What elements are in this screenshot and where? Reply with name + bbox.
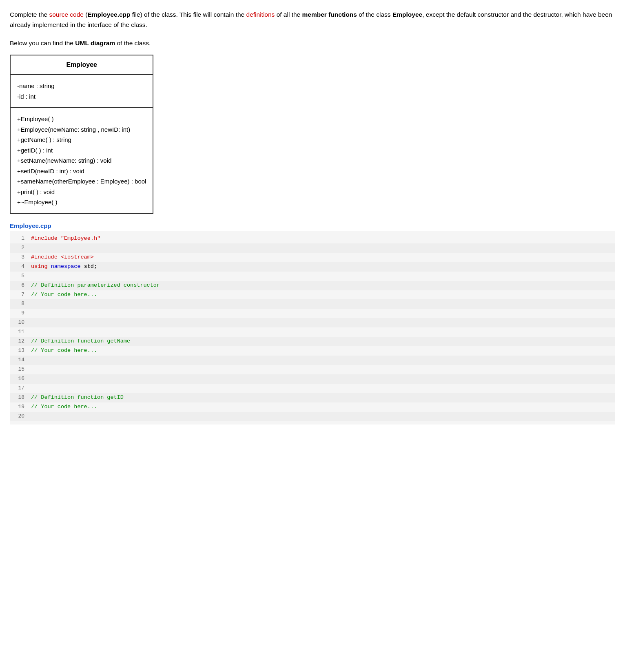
code-line-20: 20 — [10, 412, 615, 421]
uml-attributes-section: -name : string -id : int — [11, 75, 153, 108]
member-functions-label: member functions — [302, 11, 357, 18]
code-line-6: 6 // Definition parameterized constructo… — [10, 281, 615, 290]
code-line-17: 17 — [10, 384, 615, 393]
uml-method-setname: +setName(newName: string) : void — [17, 155, 146, 166]
uml-method-setid: +setID(newID : int) : void — [17, 166, 146, 177]
page-content: Complete the source code (Employee.cpp f… — [10, 10, 615, 424]
uml-intro-paragraph: Below you can find the UML diagram of th… — [10, 38, 615, 49]
uml-attribute-name: -name : string — [17, 81, 146, 91]
uml-method-getname: +getName( ) : string — [17, 135, 146, 145]
uml-method-getid: +getID( ) : int — [17, 145, 146, 156]
code-line-9: 9 — [10, 309, 615, 318]
code-line-14: 14 — [10, 356, 615, 365]
code-line-15: 15 — [10, 365, 615, 374]
definitions-link: definitions — [246, 11, 275, 18]
code-line-2: 2 — [10, 243, 615, 253]
employee-class-label: Employee — [392, 11, 422, 18]
code-line-5: 5 — [10, 272, 615, 281]
uml-class-name: Employee — [11, 55, 153, 75]
code-block: 1 #include "Employee.h" 2 3 #include <io… — [10, 231, 615, 424]
code-line-3: 3 #include <iostream> — [10, 253, 615, 262]
intro-paragraph: Complete the source code (Employee.cpp f… — [10, 10, 615, 30]
code-line-1: 1 #include "Employee.h" — [10, 234, 615, 243]
code-line-10: 10 — [10, 318, 615, 327]
uml-diagram-label: UML diagram — [75, 40, 115, 46]
code-line-11: 11 — [10, 327, 615, 337]
code-line-7: 7 // Your code here... — [10, 290, 615, 300]
uml-method-destructor: +~Employee( ) — [17, 197, 146, 208]
code-line-8: 8 — [10, 299, 615, 309]
code-line-4: 4 using namespace std; — [10, 262, 615, 272]
uml-method-samename: +sameName(otherEmployee : Employee) : bo… — [17, 176, 146, 187]
uml-method-param-constructor: +Employee(newName: string , newID: int) — [17, 124, 146, 135]
uml-diagram: Employee -name : string -id : int +Emplo… — [10, 55, 153, 214]
uml-method-default-constructor: +Employee( ) — [17, 114, 146, 124]
code-line-19: 19 // Your code here... — [10, 402, 615, 412]
code-line-18: 18 // Definition function getID — [10, 393, 615, 402]
filename-label: Employee.cpp — [87, 11, 130, 18]
uml-method-print: +print( ) : void — [17, 187, 146, 197]
code-line-13: 13 // Your code here... — [10, 346, 615, 356]
cpp-filename-label: Employee.cpp — [10, 222, 615, 229]
uml-attribute-id: -id : int — [17, 91, 146, 102]
uml-methods-section: +Employee( ) +Employee(newName: string ,… — [11, 108, 153, 213]
code-line-16: 16 — [10, 374, 615, 384]
code-line-12: 12 // Definition function getName — [10, 337, 615, 346]
source-code-link: source code — [49, 11, 84, 18]
